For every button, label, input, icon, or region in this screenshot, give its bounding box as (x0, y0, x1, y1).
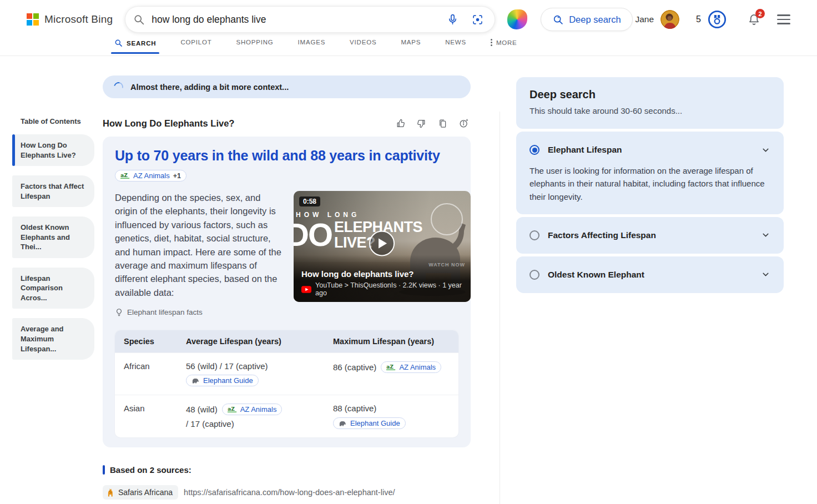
menu-button[interactable] (777, 14, 790, 24)
answer-card: Up to 70 years in the wild and 88 years … (103, 137, 471, 447)
tab-maps[interactable]: MAPS (401, 39, 421, 52)
logo-text: Microsoft Bing (44, 13, 113, 26)
deep-search-title: Deep search (529, 88, 770, 101)
youtube-icon (301, 286, 311, 293)
deep-search-icon (552, 14, 564, 26)
deep-search-option[interactable]: Factors Affecting Lifespan (529, 228, 770, 243)
video-title: How long do elephants live? (301, 269, 463, 279)
avg-lifespan-value-2: / 17 (captive) (186, 419, 234, 429)
thumbs-up-icon[interactable] (394, 117, 407, 130)
copy-icon[interactable] (436, 117, 449, 130)
badge-label: AZ Animals (240, 405, 277, 414)
tab-search[interactable]: SEARCH (114, 39, 156, 54)
radio-button[interactable] (529, 270, 539, 280)
progress-banner: Almost there, adding a bit more context.… (103, 75, 471, 98)
lifespan-table: SpeciesAverage Lifespan (years)Maximum L… (115, 330, 458, 437)
source-badge[interactable]: aZAZ Animals (222, 404, 283, 415)
maximum-lifespan-cell: 88 (captive)Elephant Guide (324, 395, 458, 437)
rewards-medal-icon[interactable] (707, 9, 728, 30)
tab-shopping[interactable]: SHOPPING (236, 39, 273, 52)
chevron-down-icon[interactable] (761, 270, 770, 279)
option-label: Elephant Lifespan (548, 145, 753, 155)
table-header-row: SpeciesAverage Lifespan (years)Maximum L… (115, 330, 458, 352)
toc-item-label: How Long Do Elephants Live? (21, 140, 88, 160)
source-badge[interactable]: Elephant Guide (186, 375, 259, 386)
deep-search-option-card: Factors Affecting Lifespan (516, 217, 784, 254)
toc-item[interactable]: Oldest Known Elephants and Thei... (12, 216, 94, 258)
spinner-icon (112, 80, 125, 93)
deep-search-option[interactable]: Elephant Lifespan (529, 143, 770, 157)
deep-search-button[interactable]: Deep search (541, 8, 633, 31)
visual-search-icon[interactable] (471, 13, 485, 27)
avatar[interactable] (660, 10, 679, 29)
deep-search-header-card: Deep search This should take around 30-6… (516, 77, 784, 129)
rewards-points: 5 (696, 14, 701, 24)
tab-videos[interactable]: VIDEOS (350, 39, 376, 52)
vertical-divider (500, 112, 500, 504)
giraffe-icon (106, 487, 114, 497)
badge-label: AZ Animals (399, 363, 436, 371)
microphone-icon[interactable] (446, 12, 460, 27)
channel-watermark (431, 203, 463, 235)
maximum-lifespan-cell: 86 (captive)aZAZ Animals (324, 353, 458, 395)
tab-copilot[interactable]: COPILOT (180, 39, 211, 52)
source-badge[interactable]: Elephant Guide (333, 417, 406, 429)
answer-title: Up to 70 years in the wild and 88 years … (115, 148, 458, 164)
table-header-cell: Species (115, 330, 177, 352)
notifications-button[interactable]: 2 (748, 13, 760, 26)
notification-badge: 2 (755, 9, 765, 18)
toc-item-label: Oldest Known Elephants and Thei... (21, 223, 88, 252)
fact-caption[interactable]: Elephant lifespan facts (127, 308, 203, 316)
user-name[interactable]: Jane (635, 14, 654, 24)
tab-images[interactable]: IMAGES (298, 39, 326, 52)
toc-item[interactable]: Factors that Affect Lifespan (12, 175, 94, 207)
deep-search-option-card: Elephant LifespanThe user is looking for… (516, 132, 784, 214)
elephant-icon (191, 377, 200, 384)
avg-lifespan-value: 48 (wild) (186, 405, 218, 414)
max-lifespan-value: 88 (captive) (333, 404, 376, 413)
badge-label: Elephant Guide (350, 419, 400, 427)
toc-item[interactable]: How Long Do Elephants Live? (12, 134, 94, 166)
radio-button[interactable] (529, 230, 539, 240)
source-badge-az-animals[interactable]: aZ AZ Animals +1 (115, 170, 186, 182)
tab-label: COPILOT (180, 39, 211, 46)
tab-news[interactable]: NEWS (445, 39, 466, 52)
lightbulb-icon (115, 308, 123, 317)
tab-more[interactable]: MORE (491, 39, 517, 53)
info-sparkle-icon[interactable] (457, 117, 471, 130)
source-site-pill[interactable]: Safaris Africana (103, 485, 178, 500)
badge-plus-count: +1 (173, 172, 181, 180)
deep-search-option[interactable]: Oldest Known Elephant (529, 268, 770, 282)
progress-text: Almost there, adding a bit more context.… (130, 83, 289, 92)
az-animals-icon: aZ (386, 364, 396, 371)
microsoft-logo-icon (27, 13, 39, 26)
search-input[interactable] (152, 14, 446, 26)
svg-text:aZ: aZ (228, 406, 235, 412)
toc-item[interactable]: Lifespan Comparison Acros... (12, 268, 94, 309)
tab-label: NEWS (445, 39, 466, 46)
deep-search-label: Deep search (569, 14, 621, 25)
source-badge[interactable]: aZAZ Animals (381, 361, 441, 373)
toc-item-label: Lifespan Comparison Acros... (21, 274, 88, 303)
copilot-icon[interactable] (507, 9, 527, 29)
play-button[interactable] (369, 230, 395, 256)
search-icon (133, 14, 145, 26)
bing-logo[interactable]: Microsoft Bing (27, 13, 113, 26)
chevron-down-icon[interactable] (761, 145, 770, 155)
tab-label: MORE (496, 39, 517, 46)
chevron-down-icon[interactable] (761, 230, 770, 240)
species-cell: African (115, 353, 177, 395)
toc-title: Table of Contents (21, 117, 103, 125)
toc-item[interactable]: Average and Maximum Lifespan... (12, 318, 94, 360)
table-header-cell: Maximum Lifespan (years) (324, 330, 458, 352)
video-thumbnail[interactable]: 0:58 HOW LONG DO ELEPHANTS LIVE? WATCH N… (294, 191, 471, 302)
average-lifespan-cell: 48 (wild)aZAZ Animals/ 17 (captive) (177, 395, 324, 437)
table-row: Asian48 (wild)aZAZ Animals/ 17 (captive)… (115, 395, 458, 437)
search-bar[interactable] (125, 6, 495, 33)
radio-button[interactable] (529, 145, 539, 155)
elephant-icon (339, 420, 347, 427)
option-label: Factors Affecting Lifespan (548, 230, 753, 240)
thumbs-down-icon[interactable] (415, 117, 428, 130)
max-lifespan-value: 86 (captive) (333, 362, 376, 372)
answer-body: Depending on the species, sex, and origi… (115, 191, 281, 302)
